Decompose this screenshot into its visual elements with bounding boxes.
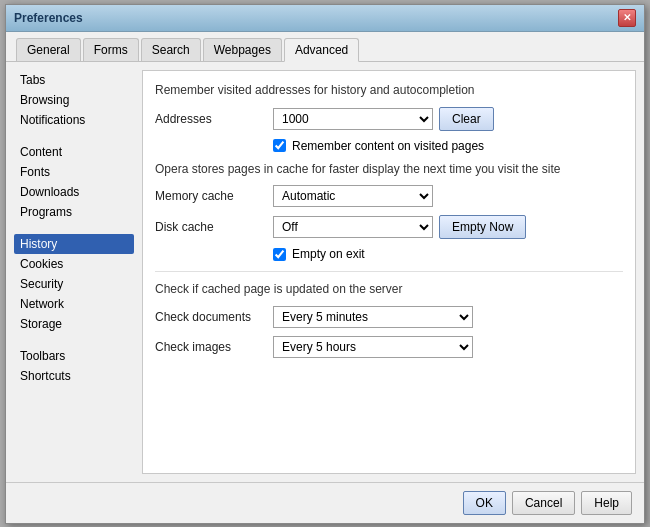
preferences-window: Preferences ✕ General Forms Search Webpa… xyxy=(5,4,645,524)
sidebar-group-4: Toolbars Shortcuts xyxy=(14,346,134,386)
sidebar-item-programs[interactable]: Programs xyxy=(14,202,134,222)
bottom-bar: OK Cancel Help xyxy=(6,482,644,523)
empty-on-exit-checkbox[interactable] xyxy=(273,248,286,261)
check-images-row: Check images Every 5 hours xyxy=(155,336,623,358)
empty-on-exit-row: Empty on exit xyxy=(273,247,623,261)
check-images-select[interactable]: Every 5 hours xyxy=(273,336,473,358)
close-button[interactable]: ✕ xyxy=(618,9,636,27)
tab-search[interactable]: Search xyxy=(141,38,201,61)
check-documents-label: Check documents xyxy=(155,310,265,324)
content-area: Tabs Browsing Notifications Content Font… xyxy=(6,62,644,482)
sidebar-group-1: Tabs Browsing Notifications xyxy=(14,70,134,130)
sidebar-item-security[interactable]: Security xyxy=(14,274,134,294)
remember-content-row: Remember content on visited pages xyxy=(273,139,623,153)
addresses-label: Addresses xyxy=(155,112,265,126)
sidebar: Tabs Browsing Notifications Content Font… xyxy=(14,70,134,474)
check-documents-control-group: Every 5 minutes xyxy=(273,306,623,328)
check-images-control-group: Every 5 hours xyxy=(273,336,623,358)
tab-advanced[interactable]: Advanced xyxy=(284,38,359,62)
title-bar: Preferences ✕ xyxy=(6,5,644,32)
tab-general[interactable]: General xyxy=(16,38,81,61)
sidebar-item-notifications[interactable]: Notifications xyxy=(14,110,134,130)
sidebar-item-cookies[interactable]: Cookies xyxy=(14,254,134,274)
check-documents-select[interactable]: Every 5 minutes xyxy=(273,306,473,328)
tab-webpages[interactable]: Webpages xyxy=(203,38,282,61)
addresses-control-group: 1000 Clear xyxy=(273,107,623,131)
disk-cache-select[interactable]: Off xyxy=(273,216,433,238)
sidebar-group-3: History Cookies Security Network Storage xyxy=(14,234,134,334)
sidebar-item-content[interactable]: Content xyxy=(14,142,134,162)
divider xyxy=(155,271,623,272)
check-section-title: Check if cached page is updated on the s… xyxy=(155,282,623,296)
sidebar-item-fonts[interactable]: Fonts xyxy=(14,162,134,182)
cache-info-text: Opera stores pages in cache for faster d… xyxy=(155,161,623,178)
ok-button[interactable]: OK xyxy=(463,491,506,515)
check-images-label: Check images xyxy=(155,340,265,354)
history-section-title: Remember visited addresses for history a… xyxy=(155,83,623,97)
disk-cache-label: Disk cache xyxy=(155,220,265,234)
help-button[interactable]: Help xyxy=(581,491,632,515)
sidebar-item-storage[interactable]: Storage xyxy=(14,314,134,334)
cancel-button[interactable]: Cancel xyxy=(512,491,575,515)
sidebar-item-downloads[interactable]: Downloads xyxy=(14,182,134,202)
sidebar-item-network[interactable]: Network xyxy=(14,294,134,314)
empty-now-button[interactable]: Empty Now xyxy=(439,215,526,239)
sidebar-item-shortcuts[interactable]: Shortcuts xyxy=(14,366,134,386)
addresses-select[interactable]: 1000 xyxy=(273,108,433,130)
memory-cache-label: Memory cache xyxy=(155,189,265,203)
remember-content-checkbox[interactable] xyxy=(273,139,286,152)
check-documents-row: Check documents Every 5 minutes xyxy=(155,306,623,328)
tab-forms[interactable]: Forms xyxy=(83,38,139,61)
empty-on-exit-label[interactable]: Empty on exit xyxy=(292,247,365,261)
sidebar-group-2: Content Fonts Downloads Programs xyxy=(14,142,134,222)
addresses-row: Addresses 1000 Clear xyxy=(155,107,623,131)
clear-button[interactable]: Clear xyxy=(439,107,494,131)
sidebar-item-history[interactable]: History xyxy=(14,234,134,254)
sidebar-item-tabs[interactable]: Tabs xyxy=(14,70,134,90)
disk-cache-control-group: Off Empty Now xyxy=(273,215,623,239)
sidebar-item-browsing[interactable]: Browsing xyxy=(14,90,134,110)
window-title: Preferences xyxy=(14,11,83,25)
remember-content-label[interactable]: Remember content on visited pages xyxy=(292,139,484,153)
sidebar-item-toolbars[interactable]: Toolbars xyxy=(14,346,134,366)
disk-cache-row: Disk cache Off Empty Now xyxy=(155,215,623,239)
memory-cache-select[interactable]: Automatic xyxy=(273,185,433,207)
memory-cache-control-group: Automatic xyxy=(273,185,623,207)
memory-cache-row: Memory cache Automatic xyxy=(155,185,623,207)
main-panel: Remember visited addresses for history a… xyxy=(142,70,636,474)
tabs-bar: General Forms Search Webpages Advanced xyxy=(6,32,644,62)
